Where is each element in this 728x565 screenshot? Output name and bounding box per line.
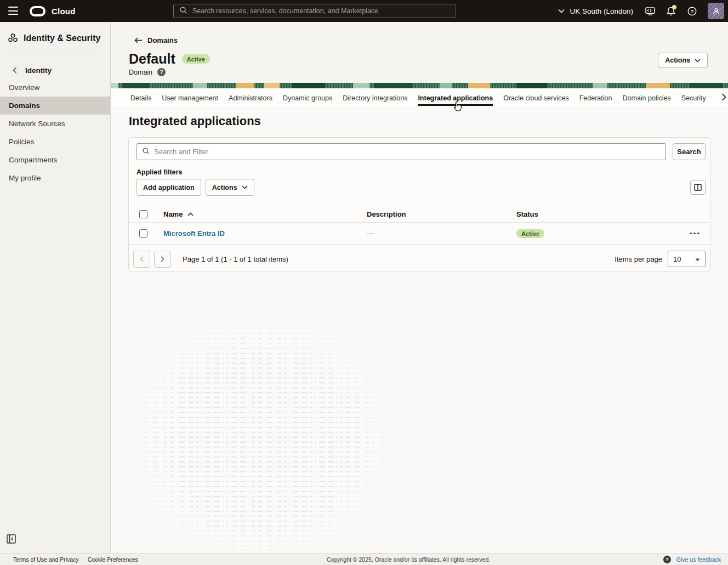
column-name[interactable]: Name: [163, 210, 367, 218]
brand[interactable]: Cloud: [30, 0, 76, 22]
tab-user-management[interactable]: User management: [162, 88, 218, 108]
person-icon: [712, 7, 720, 15]
sort-ascending-icon: [187, 212, 194, 216]
filter-search-field[interactable]: [136, 143, 666, 160]
copyright-text: Copyright © 2025, Oracle and/or its affi…: [327, 556, 490, 563]
status-badge: Active: [182, 54, 210, 64]
sidebar-item-domains[interactable]: Domains: [0, 97, 110, 115]
search-button[interactable]: Search: [673, 143, 706, 160]
sidebar-item-network-sources[interactable]: Network Sources: [0, 115, 110, 133]
column-description[interactable]: Description: [367, 210, 516, 218]
sidebar-collapse-icon[interactable]: [7, 534, 16, 545]
notifications-icon[interactable]: [666, 6, 676, 16]
row-checkbox[interactable]: [139, 229, 147, 238]
identity-security-icon: [8, 33, 18, 43]
region-label: UK South (London): [570, 7, 633, 15]
svg-text:?: ?: [690, 8, 693, 14]
page-subtitle: Domain: [129, 69, 152, 76]
table-row: Microsoft Entra ID — Active: [129, 223, 710, 245]
sidebar-item-overview[interactable]: Overview: [0, 78, 110, 97]
terms-link[interactable]: Terms of Use and Privacy: [13, 556, 79, 563]
decorative-banner: [111, 83, 728, 88]
hamburger-menu-icon[interactable]: [8, 7, 18, 15]
pagination-text: Page 1 of 1 (1 - 1 of 1 total items): [183, 255, 288, 263]
tab-details[interactable]: Details: [130, 88, 151, 108]
content-heading: Integrated applications: [129, 114, 261, 128]
sidebar-item-compartments[interactable]: Compartments: [0, 151, 110, 169]
tab-directory-integrations[interactable]: Directory integrations: [343, 88, 407, 108]
sidebar-item-policies[interactable]: Policies: [0, 133, 110, 151]
top-bar: Cloud UK South (London) ?: [0, 0, 728, 22]
tab-security[interactable]: Security: [681, 88, 706, 108]
items-per-page-select[interactable]: 10: [668, 251, 706, 267]
table-header-row: Name Description Status: [129, 206, 710, 223]
select-all-checkbox[interactable]: [139, 210, 147, 218]
help-icon[interactable]: ?: [687, 6, 697, 16]
select-caret-icon: [695, 255, 700, 263]
breadcrumb[interactable]: Domains: [134, 36, 178, 44]
mouse-cursor: [452, 100, 463, 115]
list-panel: Search Applied filters Add application A…: [128, 137, 710, 272]
filter-search-input[interactable]: [154, 148, 661, 156]
cookie-preferences-link[interactable]: Cookie Preferences: [88, 556, 138, 563]
main-content: Domains Default Active Domain ? Actions …: [111, 22, 728, 553]
global-search-input[interactable]: [192, 7, 450, 15]
tab-federation[interactable]: Federation: [579, 88, 612, 108]
domain-help-icon[interactable]: ?: [157, 68, 166, 76]
column-status[interactable]: Status: [516, 210, 679, 218]
application-link[interactable]: Microsoft Entra ID: [163, 229, 225, 238]
user-avatar[interactable]: [708, 3, 724, 19]
tab-oracle-cloud-services[interactable]: Oracle cloud services: [503, 88, 569, 108]
search-icon: [142, 147, 150, 156]
sidebar-item-my-profile[interactable]: My profile: [0, 169, 110, 187]
column-settings-button[interactable]: [690, 180, 706, 195]
top-right-controls: UK South (London) ?: [558, 0, 724, 22]
oci-console: Cloud UK South (London) ?: [0, 0, 728, 565]
chevron-down-icon: [558, 9, 565, 13]
next-page-button[interactable]: [154, 251, 171, 268]
row-status-badge: Active: [516, 229, 544, 238]
search-icon: [179, 6, 187, 16]
tab-domain-policies[interactable]: Domain policies: [622, 88, 670, 108]
oracle-logo-icon: [30, 6, 46, 16]
footer: Terms of Use and Privacy Cookie Preferen…: [0, 553, 728, 565]
sidebar: Identity & Security Identity Overview Do…: [0, 22, 111, 553]
tab-administrators[interactable]: Administrators: [229, 88, 272, 108]
applications-table: Name Description Status Microsoft Entra …: [129, 206, 710, 245]
applied-filters-label: Applied filters: [136, 168, 182, 176]
feedback-help-icon: ?: [663, 556, 671, 563]
table-actions-button[interactable]: Actions: [206, 179, 254, 196]
brand-name: Cloud: [52, 7, 76, 16]
notification-dot: [672, 5, 676, 9]
tab-bar: Details User management Administrators D…: [111, 88, 728, 108]
description-value: —: [367, 229, 374, 238]
chevron-left-icon: [13, 67, 17, 74]
row-actions-menu[interactable]: [679, 233, 710, 235]
chevron-down-icon: [695, 59, 701, 63]
sidebar-section-identity[interactable]: Identity: [0, 64, 110, 76]
next-arrow-icon: [161, 256, 164, 262]
pagination: Page 1 of 1 (1 - 1 of 1 total items) Ite…: [129, 245, 710, 273]
add-application-button[interactable]: Add application: [136, 179, 201, 196]
items-per-page-label: Items per page: [615, 255, 662, 263]
previous-arrow-icon: [140, 256, 144, 262]
page-header: Domains Default Active Domain ? Actions: [111, 22, 728, 83]
sidebar-divider: [9, 54, 101, 54]
tabs-overflow-chevron[interactable]: [721, 93, 726, 103]
previous-page-button[interactable]: [133, 251, 150, 268]
back-arrow-icon: [134, 37, 143, 43]
tabs-fade: [707, 88, 721, 108]
global-search[interactable]: [173, 4, 456, 18]
page-title: Default: [129, 51, 175, 67]
sidebar-header: Identity & Security: [0, 22, 110, 43]
chevron-down-icon: [242, 185, 248, 189]
background-watermark: [123, 313, 397, 565]
cloud-shell-icon[interactable]: [645, 6, 655, 16]
page-actions-button[interactable]: Actions: [658, 53, 708, 68]
columns-icon: [694, 184, 702, 191]
region-selector[interactable]: UK South (London): [558, 7, 633, 15]
tab-dynamic-groups[interactable]: Dynamic groups: [283, 88, 332, 108]
feedback-link[interactable]: Give us feedback: [676, 556, 721, 563]
sidebar-title: Identity & Security: [24, 33, 100, 43]
